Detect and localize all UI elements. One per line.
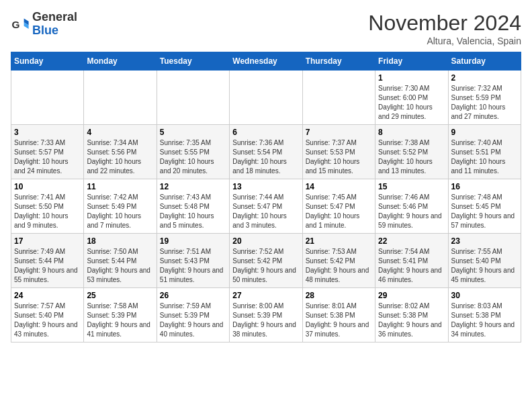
- day-number: 10: [14, 182, 81, 191]
- day-number: 12: [160, 182, 226, 191]
- day-info: Sunrise: 7:46 AM Sunset: 5:46 PM Dayligh…: [378, 193, 445, 230]
- day-info: Sunrise: 7:50 AM Sunset: 5:44 PM Dayligh…: [87, 247, 153, 285]
- page-header: G General Blue November 2024 Altura, Val…: [11, 11, 521, 46]
- logo-icon: G: [11, 15, 30, 34]
- day-number: 11: [87, 182, 153, 191]
- day-info: Sunrise: 7:42 AM Sunset: 5:49 PM Dayligh…: [87, 193, 153, 230]
- calendar-cell: 6Sunrise: 7:36 AM Sunset: 5:54 PM Daylig…: [230, 125, 302, 179]
- day-info: Sunrise: 7:55 AM Sunset: 5:40 PM Dayligh…: [451, 247, 518, 285]
- title-area: November 2024 Altura, Valencia, Spain: [368, 11, 521, 46]
- calendar-cell: 23Sunrise: 7:55 AM Sunset: 5:40 PM Dayli…: [448, 234, 521, 288]
- calendar-cell: [11, 71, 84, 125]
- calendar-cell: 8Sunrise: 7:38 AM Sunset: 5:52 PM Daylig…: [375, 125, 448, 179]
- month-title: November 2024: [368, 11, 521, 36]
- day-info: Sunrise: 8:01 AM Sunset: 5:38 PM Dayligh…: [306, 302, 372, 339]
- calendar-header: SundayMondayTuesdayWednesdayThursdayFrid…: [11, 52, 521, 71]
- day-number: 7: [306, 128, 372, 137]
- weekday-header-saturday: Saturday: [448, 52, 521, 71]
- day-number: 3: [14, 128, 81, 137]
- calendar-cell: 11Sunrise: 7:42 AM Sunset: 5:49 PM Dayli…: [84, 179, 157, 234]
- calendar-cell: 9Sunrise: 7:40 AM Sunset: 5:51 PM Daylig…: [448, 125, 521, 179]
- day-number: 15: [378, 182, 445, 191]
- calendar-cell: 2Sunrise: 7:32 AM Sunset: 5:59 PM Daylig…: [448, 71, 521, 125]
- day-info: Sunrise: 7:34 AM Sunset: 5:56 PM Dayligh…: [87, 138, 153, 176]
- day-number: 25: [87, 291, 153, 300]
- day-info: Sunrise: 7:36 AM Sunset: 5:54 PM Dayligh…: [232, 138, 299, 176]
- weekday-row: SundayMondayTuesdayWednesdayThursdayFrid…: [11, 52, 521, 71]
- day-number: 22: [378, 236, 445, 246]
- day-number: 16: [451, 182, 518, 191]
- weekday-header-wednesday: Wednesday: [230, 52, 302, 71]
- location: Altura, Valencia, Spain: [368, 36, 521, 46]
- logo-text: General Blue: [32, 11, 77, 38]
- calendar-cell: 4Sunrise: 7:34 AM Sunset: 5:56 PM Daylig…: [84, 125, 157, 179]
- weekday-header-monday: Monday: [84, 52, 157, 71]
- day-number: 13: [232, 182, 299, 191]
- day-number: 24: [14, 291, 81, 300]
- calendar-cell: [84, 71, 157, 125]
- calendar-cell: 28Sunrise: 8:01 AM Sunset: 5:38 PM Dayli…: [302, 288, 375, 342]
- day-number: 5: [160, 128, 226, 137]
- day-info: Sunrise: 7:33 AM Sunset: 5:57 PM Dayligh…: [14, 138, 81, 176]
- calendar-cell: 27Sunrise: 8:00 AM Sunset: 5:39 PM Dayli…: [230, 288, 302, 342]
- calendar-cell: 24Sunrise: 7:57 AM Sunset: 5:40 PM Dayli…: [11, 288, 84, 342]
- weekday-header-friday: Friday: [375, 52, 448, 71]
- day-info: Sunrise: 7:40 AM Sunset: 5:51 PM Dayligh…: [451, 138, 518, 176]
- day-info: Sunrise: 7:48 AM Sunset: 5:45 PM Dayligh…: [451, 193, 518, 230]
- logo: G General Blue: [11, 11, 77, 38]
- day-number: 17: [14, 236, 81, 246]
- day-info: Sunrise: 7:45 AM Sunset: 5:47 PM Dayligh…: [306, 193, 372, 230]
- calendar-cell: 20Sunrise: 7:52 AM Sunset: 5:42 PM Dayli…: [230, 234, 302, 288]
- day-number: 1: [378, 73, 445, 83]
- day-number: 26: [160, 291, 226, 300]
- day-number: 9: [451, 128, 518, 137]
- day-info: Sunrise: 7:59 AM Sunset: 5:39 PM Dayligh…: [160, 302, 226, 339]
- day-number: 2: [451, 73, 518, 83]
- day-info: Sunrise: 8:02 AM Sunset: 5:38 PM Dayligh…: [378, 302, 445, 339]
- day-number: 28: [306, 291, 372, 300]
- day-number: 4: [87, 128, 153, 137]
- calendar-week-1: 1Sunrise: 7:30 AM Sunset: 6:00 PM Daylig…: [11, 71, 521, 125]
- calendar-cell: 30Sunrise: 8:03 AM Sunset: 5:38 PM Dayli…: [448, 288, 521, 342]
- calendar-cell: 17Sunrise: 7:49 AM Sunset: 5:44 PM Dayli…: [11, 234, 84, 288]
- day-info: Sunrise: 8:00 AM Sunset: 5:39 PM Dayligh…: [232, 302, 299, 339]
- calendar-cell: [230, 71, 302, 125]
- day-info: Sunrise: 7:37 AM Sunset: 5:53 PM Dayligh…: [306, 138, 372, 176]
- calendar-cell: 3Sunrise: 7:33 AM Sunset: 5:57 PM Daylig…: [11, 125, 84, 179]
- day-number: 20: [232, 236, 299, 246]
- calendar-table: SundayMondayTuesdayWednesdayThursdayFrid…: [11, 52, 521, 342]
- day-info: Sunrise: 7:35 AM Sunset: 5:55 PM Dayligh…: [160, 138, 226, 176]
- calendar-cell: [157, 71, 229, 125]
- day-number: 8: [378, 128, 445, 137]
- day-info: Sunrise: 7:43 AM Sunset: 5:48 PM Dayligh…: [160, 193, 226, 230]
- day-info: Sunrise: 7:38 AM Sunset: 5:52 PM Dayligh…: [378, 138, 445, 176]
- calendar-cell: 21Sunrise: 7:53 AM Sunset: 5:42 PM Dayli…: [302, 234, 375, 288]
- calendar-cell: 7Sunrise: 7:37 AM Sunset: 5:53 PM Daylig…: [302, 125, 375, 179]
- calendar-week-5: 24Sunrise: 7:57 AM Sunset: 5:40 PM Dayli…: [11, 288, 521, 342]
- day-number: 6: [232, 128, 299, 137]
- weekday-header-tuesday: Tuesday: [157, 52, 229, 71]
- day-number: 19: [160, 236, 226, 246]
- day-info: Sunrise: 7:30 AM Sunset: 6:00 PM Dayligh…: [378, 84, 445, 122]
- calendar-cell: 1Sunrise: 7:30 AM Sunset: 6:00 PM Daylig…: [375, 71, 448, 125]
- day-info: Sunrise: 7:53 AM Sunset: 5:42 PM Dayligh…: [306, 247, 372, 285]
- calendar-body: 1Sunrise: 7:30 AM Sunset: 6:00 PM Daylig…: [11, 71, 521, 342]
- calendar-cell: 14Sunrise: 7:45 AM Sunset: 5:47 PM Dayli…: [302, 179, 375, 234]
- svg-text:G: G: [11, 18, 19, 30]
- calendar-cell: 26Sunrise: 7:59 AM Sunset: 5:39 PM Dayli…: [157, 288, 229, 342]
- calendar-cell: 22Sunrise: 7:54 AM Sunset: 5:41 PM Dayli…: [375, 234, 448, 288]
- weekday-header-thursday: Thursday: [302, 52, 375, 71]
- calendar-cell: 29Sunrise: 8:02 AM Sunset: 5:38 PM Dayli…: [375, 288, 448, 342]
- day-number: 29: [378, 291, 445, 300]
- day-number: 14: [306, 182, 372, 191]
- day-number: 30: [451, 291, 518, 300]
- calendar-cell: 15Sunrise: 7:46 AM Sunset: 5:46 PM Dayli…: [375, 179, 448, 234]
- day-info: Sunrise: 7:51 AM Sunset: 5:43 PM Dayligh…: [160, 247, 226, 285]
- day-info: Sunrise: 8:03 AM Sunset: 5:38 PM Dayligh…: [451, 302, 518, 339]
- calendar-week-4: 17Sunrise: 7:49 AM Sunset: 5:44 PM Dayli…: [11, 234, 521, 288]
- calendar-cell: 5Sunrise: 7:35 AM Sunset: 5:55 PM Daylig…: [157, 125, 229, 179]
- day-info: Sunrise: 7:57 AM Sunset: 5:40 PM Dayligh…: [14, 302, 81, 339]
- day-info: Sunrise: 7:32 AM Sunset: 5:59 PM Dayligh…: [451, 84, 518, 122]
- day-info: Sunrise: 7:41 AM Sunset: 5:50 PM Dayligh…: [14, 193, 81, 230]
- calendar-cell: 25Sunrise: 7:58 AM Sunset: 5:39 PM Dayli…: [84, 288, 157, 342]
